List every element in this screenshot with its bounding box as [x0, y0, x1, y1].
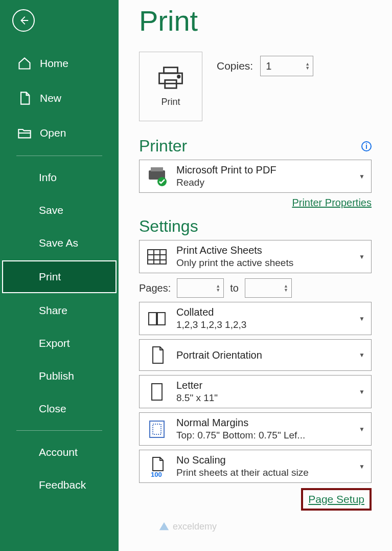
document-new-icon: [17, 91, 32, 105]
print-panel: Print Print Copies: 1 ▲▼ Printer i Micro…: [119, 0, 392, 551]
setting-papersize[interactable]: Letter8.5" x 11" ▼: [139, 375, 372, 408]
printer-heading: Printer: [139, 137, 187, 156]
sidebar-item-close[interactable]: Close: [0, 392, 119, 425]
info-icon[interactable]: i: [361, 141, 372, 151]
folder-open-icon: [17, 126, 32, 140]
svg-rect-0: [164, 67, 178, 73]
sidebar-item-publish[interactable]: Publish: [0, 360, 119, 392]
spinner-arrows-icon[interactable]: ▲▼: [284, 284, 288, 292]
sidebar-item-account[interactable]: Account: [0, 436, 119, 469]
sidebar-item-new[interactable]: New: [0, 81, 119, 116]
pages-to-label: to: [230, 282, 239, 294]
printer-properties-link[interactable]: Printer Properties: [292, 197, 372, 208]
chevron-down-icon: ▼: [359, 463, 365, 470]
sheets-icon: [146, 246, 168, 268]
chevron-down-icon: ▼: [359, 351, 365, 359]
chevron-down-icon: ▼: [359, 426, 365, 433]
copies-label: Copies:: [217, 60, 253, 72]
sidebar-item-save[interactable]: Save: [0, 194, 119, 227]
page-icon: [146, 381, 168, 403]
sidebar-item-label: New: [40, 92, 61, 104]
chevron-down-icon: ▼: [359, 173, 365, 180]
sidebar-item-info[interactable]: Info: [0, 161, 119, 194]
page-setup-highlight: Page Setup: [301, 488, 372, 511]
backstage-sidebar: Home New Open Info Save Save As Print Sh…: [0, 0, 119, 551]
printer-name: Microsoft Print to PDF: [176, 164, 351, 176]
margins-icon: [146, 418, 168, 440]
spinner-arrows-icon[interactable]: ▲▼: [216, 284, 220, 292]
pages-label: Pages:: [139, 282, 171, 294]
svg-rect-10: [152, 384, 162, 400]
collated-icon: [146, 307, 168, 330]
sidebar-item-label: Home: [40, 57, 68, 70]
svg-rect-12: [153, 424, 161, 434]
setting-orientation[interactable]: Portrait Orientation ▼: [139, 339, 372, 371]
setting-scaling[interactable]: 100 No ScalingPrint sheets at their actu…: [139, 450, 372, 483]
pages-to-input[interactable]: ▲▼: [245, 278, 292, 298]
page-setup-link[interactable]: Page Setup: [308, 493, 364, 505]
home-icon: [17, 56, 32, 71]
svg-rect-9: [157, 313, 165, 325]
sidebar-item-export[interactable]: Export: [0, 327, 119, 360]
svg-rect-5: [151, 167, 163, 171]
spinner-arrows-icon[interactable]: ▲▼: [305, 62, 310, 70]
print-button-label: Print: [161, 97, 180, 107]
sidebar-divider: [16, 156, 102, 156]
copies-input[interactable]: 1 ▲▼: [260, 56, 313, 76]
chevron-down-icon: ▼: [359, 253, 365, 260]
page-title: Print: [139, 4, 372, 37]
printer-status: Ready: [176, 177, 351, 188]
sidebar-item-feedback[interactable]: Feedback: [0, 469, 119, 501]
sidebar-item-share[interactable]: Share: [0, 294, 119, 327]
pages-from-input[interactable]: ▲▼: [177, 278, 224, 298]
svg-rect-7: [148, 250, 166, 264]
portrait-icon: [146, 344, 168, 366]
arrow-left-icon: [18, 15, 29, 26]
back-button[interactable]: [12, 9, 35, 32]
svg-point-3: [178, 75, 180, 78]
svg-rect-11: [150, 421, 164, 437]
sidebar-item-home[interactable]: Home: [0, 46, 119, 81]
scaling-icon: 100: [146, 455, 168, 478]
printer-icon: [157, 66, 185, 90]
sidebar-item-print[interactable]: Print: [2, 260, 117, 293]
settings-heading: Settings: [139, 217, 372, 236]
sidebar-divider: [16, 430, 102, 431]
copies-value: 1: [266, 60, 271, 72]
sidebar-item-saveas[interactable]: Save As: [0, 227, 119, 259]
sidebar-item-open[interactable]: Open: [0, 116, 119, 150]
print-button[interactable]: Print: [139, 52, 202, 121]
watermark: exceldemy: [158, 521, 217, 532]
chevron-down-icon: ▼: [359, 315, 365, 322]
svg-marker-14: [159, 522, 169, 531]
sidebar-item-label: Open: [40, 127, 66, 139]
setting-print-what[interactable]: Print Active SheetsOnly print the active…: [139, 240, 372, 273]
svg-rect-8: [149, 313, 156, 325]
setting-collation[interactable]: Collated1,2,3 1,2,3 1,2,3 ▼: [139, 302, 372, 335]
printer-ready-icon: [146, 165, 168, 188]
svg-text:100: 100: [151, 471, 162, 478]
printer-dropdown[interactable]: Microsoft Print to PDF Ready ▼: [139, 160, 372, 193]
setting-margins[interactable]: Normal MarginsTop: 0.75" Bottom: 0.75" L…: [139, 412, 372, 446]
chevron-down-icon: ▼: [359, 388, 365, 395]
